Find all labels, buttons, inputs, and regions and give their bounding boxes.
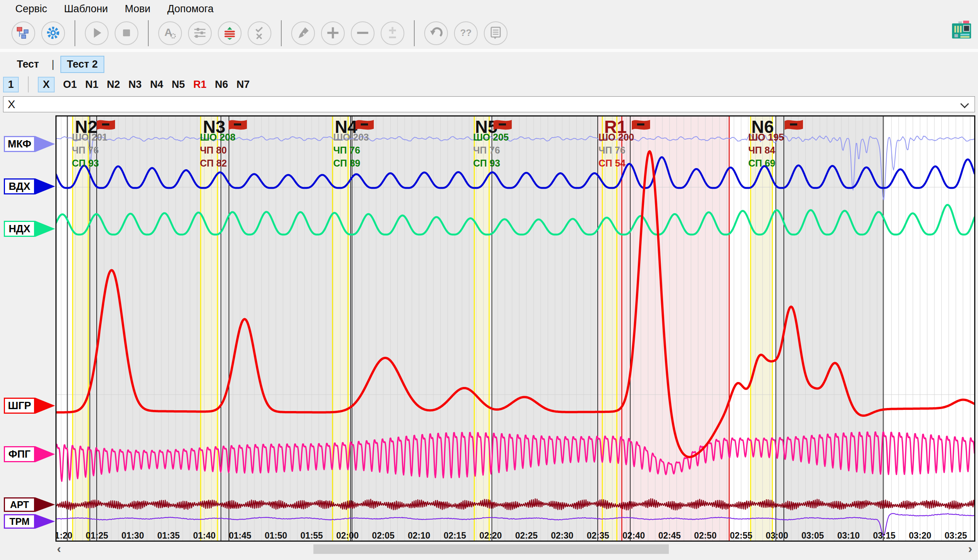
svg-text:01:35: 01:35 bbox=[157, 531, 180, 540]
channel-label-text: ВДХ bbox=[9, 181, 30, 193]
workflow-icon bbox=[16, 25, 31, 42]
svg-text:ЧП 76: ЧП 76 bbox=[333, 145, 360, 155]
toolbar: A?? bbox=[12, 20, 507, 47]
channel-label-box: ТРМ bbox=[4, 514, 35, 529]
channel-label-arrow-icon bbox=[35, 178, 55, 195]
chart-markers-button[interactable] bbox=[218, 22, 242, 45]
chart-canvas: N2ШО 201ЧП 76СП 93N3ШО 208ЧП 80СП 82N4ШО… bbox=[55, 115, 975, 542]
test-tabs: Тест|Тест 2 bbox=[10, 56, 104, 73]
channel-tab-N5[interactable]: N5 bbox=[172, 79, 185, 90]
chevron-down-icon[interactable] bbox=[960, 100, 969, 108]
svg-text:СП 82: СП 82 bbox=[200, 158, 227, 168]
tab-Тест[interactable]: Тест bbox=[10, 56, 45, 73]
font-settings-button[interactable]: A bbox=[158, 22, 182, 45]
workflow-button[interactable] bbox=[12, 22, 35, 45]
accept-reject-button[interactable] bbox=[248, 22, 271, 45]
tab-Тест-2[interactable]: Тест 2 bbox=[60, 56, 104, 73]
settings-gear-button[interactable] bbox=[41, 22, 65, 45]
channel-combobox[interactable]: X bbox=[3, 96, 975, 112]
channel-label-ШГР[interactable]: ШГР bbox=[4, 398, 55, 414]
svg-text:ШО 195: ШО 195 bbox=[748, 132, 784, 142]
svg-text:02:45: 02:45 bbox=[658, 531, 681, 540]
scroll-right-arrow[interactable]: › bbox=[968, 542, 972, 556]
stop-button[interactable] bbox=[115, 22, 139, 45]
channel-label-НДХ[interactable]: НДХ bbox=[4, 221, 55, 237]
horizontal-scrollbar[interactable]: ‹ › bbox=[55, 543, 975, 555]
zoom-out-button[interactable] bbox=[351, 22, 374, 45]
svg-text:01:45: 01:45 bbox=[229, 531, 252, 540]
chart-area[interactable]: N2ШО 201ЧП 76СП 93N3ШО 208ЧП 80СП 82N4ШО… bbox=[55, 115, 975, 542]
settings-gear-icon bbox=[45, 25, 61, 42]
svg-text:03:05: 03:05 bbox=[801, 531, 824, 540]
menu-item-0[interactable]: Сервіс bbox=[15, 3, 47, 15]
svg-text:СП 69: СП 69 bbox=[748, 158, 776, 168]
protocol-icon bbox=[488, 25, 503, 42]
pen-icon bbox=[295, 25, 311, 42]
chart-markers-icon bbox=[222, 25, 237, 42]
svg-text:СП 93: СП 93 bbox=[72, 158, 99, 168]
channel-bar-separator bbox=[28, 77, 29, 92]
channel-label-arrow-icon bbox=[35, 136, 55, 152]
channel-label-arrow-icon bbox=[35, 497, 55, 512]
svg-text:03:20: 03:20 bbox=[909, 531, 931, 540]
channel-label-ФПГ[interactable]: ФПГ bbox=[4, 446, 55, 462]
channel-label-box: ВДХ bbox=[4, 178, 35, 195]
svg-text:ШО 208: ШО 208 bbox=[200, 132, 235, 142]
channel-label-АРТ[interactable]: АРТ bbox=[4, 497, 55, 512]
sliders-button[interactable] bbox=[188, 22, 212, 45]
svg-text:ЧП 76: ЧП 76 bbox=[473, 145, 500, 155]
channel-label-ТРМ[interactable]: ТРМ bbox=[4, 514, 55, 529]
app-window: { "menu": {"items": ["Сервіс", "Шаблони"… bbox=[0, 0, 978, 560]
channel-tab-N3[interactable]: N3 bbox=[129, 79, 142, 90]
zone-backgrounds bbox=[73, 115, 883, 542]
accept-reject-icon bbox=[252, 25, 267, 42]
menu-item-1[interactable]: Шаблони bbox=[64, 3, 108, 15]
toolbar-separator bbox=[281, 20, 282, 46]
scrollbar-thumb[interactable] bbox=[314, 544, 669, 554]
svg-text:ШО 200: ШО 200 bbox=[599, 132, 634, 142]
zoom-in-icon bbox=[325, 25, 340, 42]
channel-label-text: ШГР bbox=[8, 400, 31, 412]
play-icon bbox=[89, 25, 104, 42]
channel-tab-R1[interactable]: R1 bbox=[194, 79, 207, 90]
play-button[interactable] bbox=[85, 22, 108, 45]
svg-text:ЧП 80: ЧП 80 bbox=[200, 145, 227, 155]
channel-tab-N7[interactable]: N7 bbox=[237, 79, 250, 90]
toolbar-separator bbox=[75, 20, 75, 46]
help-button[interactable]: ?? bbox=[454, 22, 478, 45]
pen-button[interactable] bbox=[291, 22, 315, 45]
help-icon: ?? bbox=[458, 25, 474, 42]
channel-label-arrow-icon bbox=[35, 398, 55, 414]
scroll-left-arrow[interactable]: ‹ bbox=[57, 542, 61, 556]
menu-item-3[interactable]: Допомога bbox=[167, 3, 214, 15]
channel-label-box: ШГР bbox=[4, 398, 35, 414]
page-number-box[interactable]: 1 bbox=[3, 77, 19, 92]
channel-tab-N4[interactable]: N4 bbox=[150, 79, 164, 90]
svg-text:01:20: 01:20 bbox=[55, 531, 72, 540]
channel-label-МКФ[interactable]: МКФ bbox=[4, 136, 55, 152]
svg-text:СП 93: СП 93 bbox=[473, 158, 500, 168]
svg-text:02:50: 02:50 bbox=[694, 531, 717, 540]
channel-tab-O1[interactable]: O1 bbox=[63, 79, 77, 90]
svg-text:ШО 205: ШО 205 bbox=[473, 132, 509, 142]
zoom-in-button[interactable] bbox=[321, 22, 345, 45]
channel-label-ВДХ[interactable]: ВДХ bbox=[4, 178, 55, 195]
channel-tab-X[interactable]: X bbox=[38, 77, 55, 92]
channel-tab-N6[interactable]: N6 bbox=[215, 79, 228, 90]
channel-label-text: ФПГ bbox=[8, 448, 30, 460]
svg-text:??: ?? bbox=[460, 28, 472, 38]
svg-text:01:25: 01:25 bbox=[86, 531, 108, 540]
menu-item-2[interactable]: Мови bbox=[125, 3, 150, 15]
svg-text:02:05: 02:05 bbox=[372, 531, 394, 540]
channel-tab-N2[interactable]: N2 bbox=[107, 79, 120, 90]
sliders-icon bbox=[192, 25, 207, 42]
svg-text:02:40: 02:40 bbox=[623, 531, 645, 540]
channel-tab-N1[interactable]: N1 bbox=[85, 79, 98, 90]
svg-text:02:30: 02:30 bbox=[551, 531, 574, 540]
protocol-button[interactable] bbox=[484, 22, 507, 45]
channel-label-text: ТРМ bbox=[10, 516, 29, 527]
undo-button[interactable] bbox=[424, 22, 448, 45]
svg-text:03:00: 03:00 bbox=[766, 531, 788, 540]
svg-text:01:30: 01:30 bbox=[122, 531, 144, 540]
channel-label-text: АРТ bbox=[10, 499, 29, 510]
